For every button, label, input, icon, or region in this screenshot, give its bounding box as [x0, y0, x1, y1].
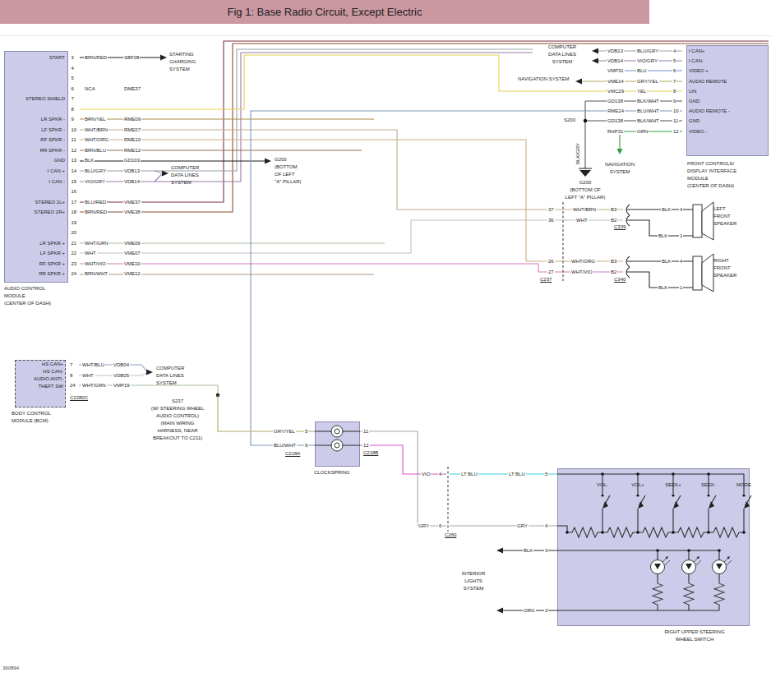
- circuit-code-label: RHP31: [607, 128, 624, 135]
- circuit-code-label: RME07: [123, 127, 141, 133]
- pin-row: 4: [4, 63, 169, 74]
- wire-color-label: YEL: [636, 88, 647, 94]
- pin-function-label: GND: [689, 117, 699, 124]
- wire-color-label: BLU/RED: [84, 199, 107, 205]
- audio-control-module-name: AUDIO CONTROL MODULE (CENTER OF DASH): [4, 285, 51, 307]
- pin-function-label: STEREO 2L+: [4, 199, 67, 205]
- pin-number: 1: [679, 233, 683, 239]
- pin-function-label: I CAN-: [689, 58, 704, 64]
- pin-row: STEREO 2R+ 18 BRN/RED VME38: [4, 207, 169, 218]
- wire-color-label: BLK: [658, 233, 668, 239]
- wire-color-label: WHT: [575, 217, 589, 223]
- terminal-label: B3: [610, 206, 617, 213]
- pin-number: 17: [71, 199, 78, 205]
- pin-number: 12: [362, 442, 370, 449]
- circuit-code-label: VDB14: [607, 58, 624, 64]
- circuit-code-label: VME07: [123, 250, 141, 256]
- pin-number: 12: [71, 147, 78, 154]
- pin-function-label: LF SPKR +: [4, 250, 67, 256]
- pin-row: RME24 BLU/WHT 10 AUDIO REMOTE -: [606, 106, 770, 116]
- wire-color-label: NCA: [84, 85, 96, 92]
- bcm-pin-rows: 7 WHT/BLU VDB04 8 WHT VDB05 24 WHT/GRN V…: [69, 360, 168, 391]
- wire-color-label: GRY: [516, 523, 529, 529]
- pin-number: 15: [71, 178, 78, 185]
- pin-number: 22: [71, 250, 78, 256]
- pin-number: 4: [672, 48, 676, 54]
- callout-s237: S237 (W/ STEERING WHEEL AUDIO CONTROL) (…: [134, 398, 221, 442]
- wire-color-label: BLU/WHT: [636, 108, 660, 114]
- pin-number: 6: [672, 67, 676, 74]
- pin-number: 13: [71, 157, 78, 163]
- pin-number: 23: [71, 260, 78, 267]
- pin-number: 26: [547, 258, 555, 265]
- pin-number: 3: [544, 547, 548, 554]
- pin-number: 11: [672, 117, 679, 124]
- wire-color-label: GRY: [418, 523, 430, 529]
- led-icon: [682, 549, 702, 610]
- pin-number: 5: [304, 428, 308, 435]
- terminal-label: B2: [610, 269, 617, 275]
- circuit-code-label: GD103: [123, 157, 141, 163]
- pin-row: 19: [4, 218, 169, 228]
- pin-function-label: AUDIO REMOTE -: [689, 108, 730, 114]
- pin-row: 16: [4, 187, 169, 197]
- pin-number: 6: [438, 523, 442, 529]
- bcm-pin-function-labels: HS CAN+ HS CAN- AUDIO ANTI- THEFT SW: [16, 361, 63, 390]
- circuit-code-label: VMC29: [607, 88, 625, 94]
- wire-color-label: BLK: [661, 258, 672, 265]
- right-front-speaker-icon: [693, 254, 713, 292]
- pin-row: RHP31 GRN 12 VIDEO -: [606, 127, 770, 136]
- circuit-code-label: VDB05: [113, 372, 130, 379]
- pin-row: 5: [4, 73, 169, 84]
- button-label-seek-minus: SEEK-: [698, 481, 719, 488]
- pin-row: GD138 BLK/WHT 9 GND: [606, 96, 770, 106]
- pin-number: 18: [71, 209, 78, 215]
- wire-color-label: BLK: [84, 157, 95, 163]
- connector-label: C340: [613, 276, 626, 283]
- switch-blade: [742, 494, 751, 532]
- connector-label: C218A: [284, 450, 301, 457]
- connector-label: C2280C: [69, 394, 89, 401]
- circuit-code-label: VDB13: [607, 48, 624, 54]
- wire-color-label: WHT/BLU: [81, 362, 105, 368]
- pin-function-label: RR SPKR -: [4, 147, 67, 154]
- callout-g200-left: G200 (BOTTOM OF LEFT "A" PILLAR): [275, 156, 302, 186]
- pin-number: 5: [71, 75, 75, 81]
- wire-color-label: BLK/WHT: [636, 117, 660, 124]
- circuit-code-label: GD138: [607, 98, 624, 104]
- pin-number: 16: [71, 188, 78, 195]
- button-label-mode: MODE: [733, 481, 755, 488]
- pin-number: 24: [71, 270, 78, 277]
- ground-icon: [579, 170, 591, 177]
- pin-number: 7: [71, 95, 75, 102]
- wire-color-label: VIO/GRY: [636, 58, 658, 64]
- wire-color-label: BRN/RED: [84, 209, 108, 215]
- circuit-code-label: VDB04: [113, 362, 130, 368]
- wire-color-label: BLU: [636, 67, 648, 74]
- circuit-code-label: VMP31: [607, 67, 625, 74]
- pin-row: 20: [4, 228, 169, 238]
- pin-number: 5: [672, 58, 676, 64]
- circuit-code-label: VDB14: [123, 178, 141, 185]
- connector-label: C218B: [362, 449, 379, 456]
- wire-color-label: WHT: [84, 250, 97, 256]
- wire-color-label: VIO/GRY: [84, 178, 106, 185]
- button-label-vol-minus: VOL-: [592, 481, 613, 488]
- wire-color-label: BRN/WHT: [84, 270, 108, 277]
- pin-row: VDB13 BLU/GRY 4 I CAN+: [606, 46, 770, 56]
- left-front-speaker-icon: [693, 202, 713, 240]
- arrow-down-icon: [617, 149, 623, 154]
- pin-number: 8: [71, 106, 75, 113]
- pin-number: 4: [438, 471, 442, 477]
- pin-function-label: VIDEO +: [689, 67, 709, 74]
- pin-row: 8 WHT VDB05: [69, 371, 168, 381]
- pin-number: 7: [672, 78, 676, 85]
- pin-number: 27: [547, 269, 555, 275]
- front-controls-module-pin-rows: VDB13 BLU/GRY 4 I CAN+ VDB14 VIO/GRY 5 I…: [606, 46, 770, 136]
- circuit-code-label: VME10: [123, 260, 141, 267]
- pin-number: 14: [71, 168, 78, 174]
- left-front-speaker-name: LEFT FRONT SPEAKER: [713, 205, 736, 228]
- wire-color-label: GRY/YEL: [636, 78, 659, 85]
- pin-function-label: LF SPKR -: [4, 127, 67, 133]
- pin-number: 10: [71, 127, 78, 133]
